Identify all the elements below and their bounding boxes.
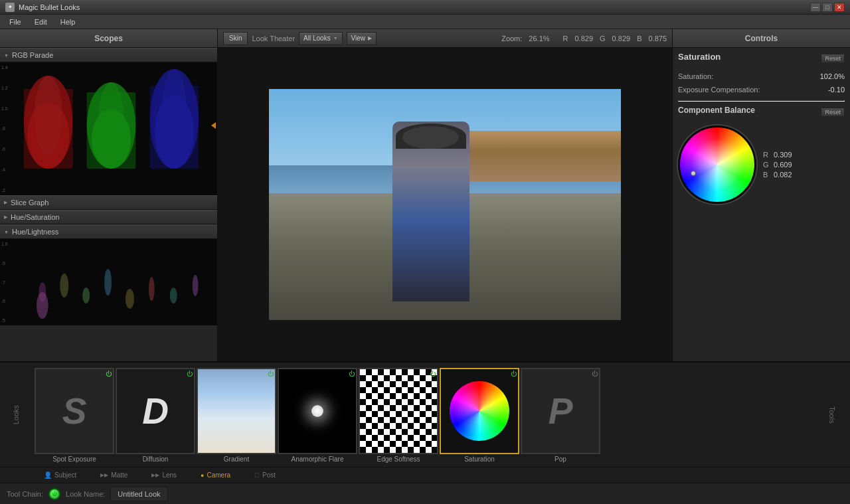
rgb-parade-canvas: 1.4 1.2 1.0 .8 .6 .4 .2 <box>0 62 217 195</box>
view-button[interactable]: View ▶ <box>347 32 377 45</box>
hue-saturation-label: Hue/Saturation <box>11 213 59 221</box>
tool-chain-power-button[interactable]: ⏻ <box>48 488 60 500</box>
category-row: 👤 Subject ▶▶ Matte ▶▶ Lens ● Camera ☐ Po… <box>0 467 850 483</box>
saturation-section-header: Saturation Reset <box>678 52 845 66</box>
category-subject[interactable]: 👤 Subject <box>32 467 88 483</box>
saturation-title: Saturation <box>678 52 721 62</box>
saturation-power: ⏻ <box>511 371 517 377</box>
hue-lightness-heading[interactable]: ▼ Hue/Lightness <box>0 224 217 239</box>
exposure-row: Exposure Compensation: -0.10 <box>678 83 845 96</box>
left-panel: Scopes ▼ RGB Parade 1.4 1.2 1.0 .8 .6 .4 <box>0 29 218 361</box>
component-balance-header: Component Balance Reset <box>678 106 845 120</box>
menu-help[interactable]: Help <box>54 17 82 27</box>
b-row: B 0.082 <box>763 171 792 179</box>
look-card-diffusion: ⏻ D Diffusion <box>116 368 195 463</box>
anamorphic-flare-thumb[interactable]: ⏻ <box>278 368 357 454</box>
color-wheel[interactable] <box>678 126 756 204</box>
look-card-spot-exposure: ⏻ S Spot Exposure <box>35 368 114 463</box>
maximize-button[interactable]: □ <box>822 3 833 12</box>
svg-point-16 <box>82 288 90 303</box>
saturation-row: Saturation: 102.0% <box>678 70 845 83</box>
svg-point-15 <box>60 274 68 297</box>
edge-softness-thumb[interactable]: ⏻ <box>359 368 438 454</box>
looks-cards: ⏻ S Spot Exposure ⏻ D Diffusion <box>32 363 814 467</box>
b-channel-value: 0.082 <box>774 171 792 179</box>
diffusion-thumb[interactable]: ⏻ D <box>116 368 195 454</box>
hue-lightness-label: Hue/Lightness <box>12 228 58 236</box>
category-camera[interactable]: ● Camera <box>189 467 242 483</box>
saturation-thumb[interactable]: ⏻ <box>440 368 519 454</box>
right-panel: Controls Saturation Reset Saturation: 10… <box>672 29 850 361</box>
menu-edit[interactable]: Edit <box>28 17 54 27</box>
slice-graph-label: Slice Graph <box>11 199 48 207</box>
slice-graph-heading[interactable]: ▶ Slice Graph <box>0 195 217 210</box>
g-channel-label: G <box>763 161 770 169</box>
window-buttons: — □ ✕ <box>810 3 845 12</box>
all-looks-dropdown-icon: ▼ <box>333 36 338 41</box>
b-label: B <box>637 35 641 42</box>
svg-point-21 <box>193 275 199 296</box>
color-wheel-indicator <box>691 171 696 176</box>
minimize-button[interactable]: — <box>810 3 821 12</box>
hue-saturation-heading[interactable]: ▶ Hue/Saturation <box>0 210 217 224</box>
component-balance-reset-button[interactable]: Reset <box>821 108 845 117</box>
saturation-reset-button[interactable]: Reset <box>821 54 845 63</box>
zoom-rgb-info: Zoom: 26.1% R 0.829 G 0.829 B 0.875 <box>501 35 667 42</box>
close-button[interactable]: ✕ <box>834 3 845 12</box>
look-card-saturation: ⏻ Saturation <box>440 368 519 463</box>
svg-point-14 <box>39 282 46 302</box>
diffusion-power: ⏻ <box>187 371 193 377</box>
b-value: 0.875 <box>648 35 667 42</box>
hue-lightness-waveform <box>13 239 217 325</box>
play-icon: ▶ <box>368 35 372 41</box>
app-icon: ✦ <box>5 3 15 12</box>
gradient-thumb[interactable]: ⏻ <box>197 368 276 454</box>
category-post[interactable]: ☐ Post <box>242 467 288 483</box>
slice-graph-arrow: ▶ <box>4 200 7 205</box>
color-wheel-area: R 0.309 G 0.609 B 0.082 <box>678 126 845 204</box>
g-row: G 0.609 <box>763 161 792 169</box>
exposure-value: -0.10 <box>828 86 845 94</box>
view-toolbar: Skin Look Theater All Looks ▼ View ▶ Zoo… <box>218 29 672 48</box>
lens-play-icon: ▶▶ <box>151 472 159 478</box>
controls-inner: Saturation Reset Saturation: 102.0% Expo… <box>673 48 850 361</box>
spot-exposure-thumb[interactable]: ⏻ S <box>35 368 114 454</box>
controls-header: Controls <box>673 29 850 48</box>
category-lens[interactable]: ▶▶ Lens <box>139 467 189 483</box>
rgb-y-axis: 1.4 1.2 1.0 .8 .6 .4 .2 <box>1 65 13 193</box>
zoom-label: Zoom: <box>501 35 522 42</box>
r-channel-value: 0.309 <box>774 151 792 159</box>
rgb-waveform <box>13 62 209 195</box>
color-wheel-overlay <box>680 127 754 202</box>
all-looks-select[interactable]: All Looks ▼ <box>299 32 343 45</box>
look-name-label: Look Name: <box>66 490 105 498</box>
rgb-parade-heading[interactable]: ▼ RGB Parade <box>0 48 217 62</box>
category-matte[interactable]: ▶▶ Matte <box>88 467 139 483</box>
skin-button[interactable]: Skin <box>223 32 248 45</box>
titlebar: ✦ Magic Bullet Looks — □ ✕ <box>0 0 850 15</box>
pop-label: Pop <box>554 456 566 463</box>
matte-label: Matte <box>111 471 128 479</box>
post-label: Post <box>262 471 276 479</box>
saturation-card-label: Saturation <box>464 456 495 463</box>
anamorphic-flare-label: Anamorphic Flare <box>292 456 344 463</box>
saturation-value: 102.0% <box>820 72 845 80</box>
rgb-parade-label: RGB Parade <box>12 51 53 59</box>
pop-power: ⏻ <box>592 371 598 377</box>
workspace: Scopes ▼ RGB Parade 1.4 1.2 1.0 .8 .6 .4 <box>0 29 850 361</box>
controls-divider <box>678 100 845 102</box>
center-panel: Skin Look Theater All Looks ▼ View ▶ Zoo… <box>218 29 672 361</box>
menu-file[interactable]: File <box>3 17 28 27</box>
matte-play-icon: ▶▶ <box>100 472 108 478</box>
spot-exposure-power: ⏻ <box>106 371 112 377</box>
gradient-label: Gradient <box>224 456 249 463</box>
g-channel-value: 0.609 <box>774 161 792 169</box>
r-value: 0.829 <box>575 35 594 42</box>
preview-area <box>218 48 672 361</box>
hue-lightness-arrow: ▼ <box>4 230 9 234</box>
look-card-pop: ⏻ P Pop <box>521 368 600 463</box>
g-label: G <box>600 35 606 42</box>
pop-thumb[interactable]: ⏻ P <box>521 368 600 454</box>
spot-exposure-label: Spot Exposure <box>52 456 96 463</box>
rgb-values: R 0.309 G 0.609 B 0.082 <box>763 151 792 179</box>
